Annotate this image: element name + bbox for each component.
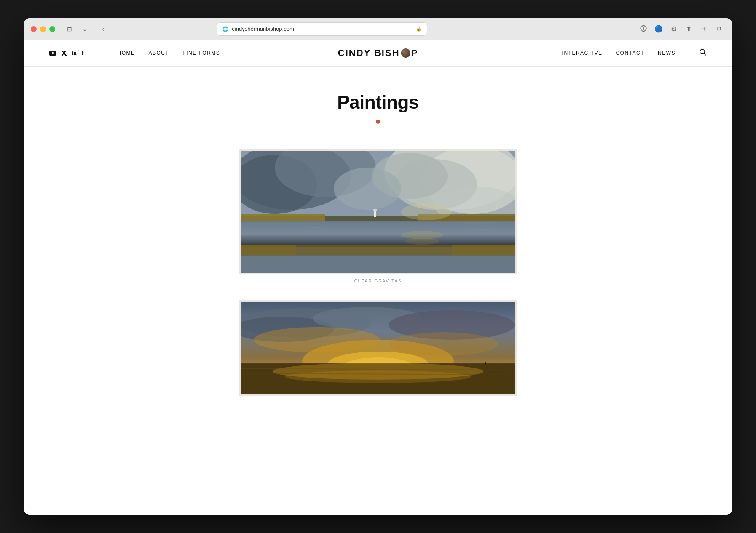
browser-nav-buttons: ‹ [97, 23, 109, 35]
url-text: cindyshermanbishop.com [232, 26, 294, 32]
mac-window: ⊟ ⌄ ‹ 🌐 cindyshermanbishop.com 🔒 ⓵ 🔵 ⚙ ⬆… [24, 18, 732, 515]
page-title-section: Paintings [24, 92, 732, 124]
address-bar[interactable]: 🌐 cindyshermanbishop.com 🔒 [217, 22, 427, 36]
paintings-container: CLEAR GRAVITAS [231, 149, 525, 396]
traffic-lights [31, 26, 55, 32]
logo-text-end: P [411, 48, 418, 59]
svg-rect-18 [241, 221, 515, 247]
browser-actions: ⓵ 🔵 ⚙ ⬆ ＋ ⧉ [638, 23, 725, 35]
svg-rect-24 [452, 245, 515, 256]
social-icons: in f [49, 50, 84, 56]
close-button[interactable] [31, 26, 37, 32]
window-controls: ⊟ ⌄ [64, 25, 91, 33]
extensions-icon[interactable]: ⚙ [668, 23, 680, 35]
svg-point-44 [285, 370, 471, 383]
page-title: Paintings [24, 92, 732, 113]
nav-interactive[interactable]: INTERACTIVE [562, 50, 603, 56]
svg-point-12 [334, 168, 401, 210]
nav-home[interactable]: HOME [118, 50, 135, 56]
svg-rect-25 [241, 255, 515, 273]
nav-left: HOME ABOUT FINE FORMS [118, 50, 220, 56]
painting-frame-1 [239, 149, 517, 274]
svg-rect-26 [374, 210, 376, 217]
painting-item-2[interactable] [239, 300, 517, 396]
painting-frame-2 [239, 300, 517, 396]
lock-icon: 🌐 [222, 26, 228, 32]
painting-image-1 [241, 151, 515, 273]
svg-rect-23 [241, 245, 296, 256]
svg-point-39 [254, 327, 380, 352]
reader-icon[interactable]: ⓵ [638, 23, 649, 35]
svg-line-3 [704, 53, 706, 56]
title-bar: ⊟ ⌄ ‹ 🌐 cindyshermanbishop.com 🔒 ⓵ 🔵 ⚙ ⬆… [24, 18, 732, 40]
nav-news[interactable]: NEWS [658, 50, 676, 56]
twitter-icon[interactable] [61, 50, 67, 56]
maximize-button[interactable] [49, 26, 55, 32]
site-header: in f HOME ABOUT FINE FORMS CINDY BISHP I… [24, 40, 732, 67]
svg-rect-27 [373, 209, 377, 211]
search-icon[interactable] [699, 48, 707, 58]
logo-planet-icon [401, 48, 410, 58]
sidebar-toggle-icon[interactable]: ⊟ [64, 25, 75, 33]
svg-point-28 [401, 203, 452, 220]
svg-point-30 [405, 238, 439, 245]
facebook-icon[interactable]: f [82, 50, 84, 56]
share-icon[interactable]: ⬆ [683, 23, 695, 35]
logo-text: CINDY BISH [338, 48, 400, 59]
nav-contact[interactable]: CONTACT [616, 50, 644, 56]
ssl-icon: 🔒 [416, 26, 422, 32]
back-button[interactable]: ‹ [97, 23, 109, 35]
nav-right: INTERACTIVE CONTACT NEWS [562, 48, 707, 58]
info-icon[interactable]: 🔵 [653, 23, 665, 35]
title-dot [376, 120, 380, 124]
svg-point-40 [389, 332, 498, 356]
new-tab-icon[interactable]: ＋ [698, 23, 710, 35]
tabs-icon[interactable]: ⧉ [713, 23, 725, 35]
painting-image-2 [241, 302, 515, 394]
painting-caption-1: CLEAR GRAVITAS [239, 279, 517, 283]
svg-rect-15 [241, 214, 325, 222]
minimize-button[interactable] [40, 26, 46, 32]
linkedin-icon[interactable]: in [72, 50, 77, 56]
site-logo[interactable]: CINDY BISHP [338, 48, 418, 59]
painting-item-1[interactable]: CLEAR GRAVITAS [239, 149, 517, 283]
page-main: Paintings [24, 67, 732, 447]
chevron-down-icon[interactable]: ⌄ [79, 25, 91, 33]
page-content: in f HOME ABOUT FINE FORMS CINDY BISHP I… [24, 40, 732, 515]
nav-about[interactable]: ABOUT [149, 50, 169, 56]
nav-fine-forms[interactable]: FINE FORMS [182, 50, 220, 56]
svg-rect-47 [485, 362, 486, 365]
youtube-icon[interactable] [49, 51, 56, 56]
